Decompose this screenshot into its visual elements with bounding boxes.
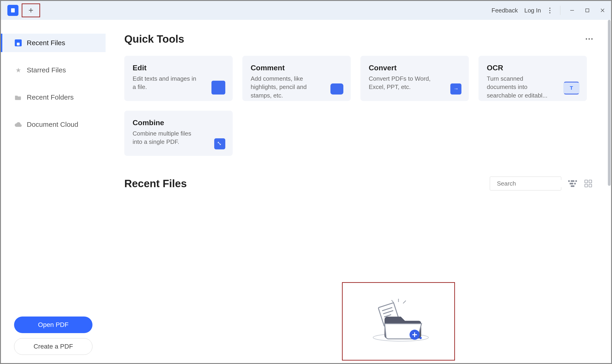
recent-files-title: Recent Files (124, 177, 187, 190)
tool-title: Convert (369, 64, 460, 72)
tool-desc: Turn scanned documents into searchable o… (487, 75, 551, 100)
star-icon: ★ (15, 67, 22, 74)
tool-card-convert[interactable]: Convert Convert PDFs to Word, Excel, PPT… (360, 56, 469, 101)
create-pdf-button[interactable]: Create a PDF (14, 338, 92, 355)
sidebar: Recent Files ★ Starred Files Recent Fold… (1, 20, 106, 363)
app-logo-icon[interactable] (7, 5, 18, 16)
sidebar-item-label: Document Cloud (27, 121, 78, 128)
comment-icon (330, 83, 343, 94)
tool-title: Edit (133, 64, 224, 72)
content: Quick Tools Edit Edit texts and images i… (106, 20, 611, 363)
folder-icon (15, 94, 22, 101)
sidebar-item-document-cloud[interactable]: Document Cloud (1, 115, 106, 134)
feedback-link[interactable]: Feedback (492, 7, 518, 14)
tool-desc: Convert PDFs to Word, Excel, PPT, etc. (369, 75, 433, 91)
tool-title: Combine (133, 118, 224, 127)
minimize-button[interactable] (568, 6, 576, 14)
more-menu-icon[interactable] (547, 8, 552, 13)
close-button[interactable] (599, 6, 606, 14)
tool-card-edit[interactable]: Edit Edit texts and images in a file. (124, 56, 233, 101)
search-input[interactable] (497, 180, 572, 187)
ocr-icon: T (563, 82, 579, 94)
quick-tools-title: Quick Tools (124, 33, 184, 45)
login-link[interactable]: Log In (524, 7, 541, 14)
view-list-button[interactable] (568, 179, 577, 188)
svg-point-18 (419, 337, 422, 339)
maximize-button[interactable] (583, 6, 591, 14)
sidebar-item-recent-files[interactable]: Recent Files (1, 34, 106, 52)
empty-state-dropzone[interactable] (342, 282, 455, 361)
convert-icon (450, 83, 461, 94)
quick-tools-more-icon[interactable] (586, 38, 593, 40)
svg-line-9 (403, 301, 406, 303)
svg-rect-2 (586, 9, 589, 12)
cloud-icon (15, 121, 22, 128)
vertical-scrollbar[interactable] (607, 20, 611, 363)
scrollbar-thumb[interactable] (608, 20, 611, 186)
view-grid-button[interactable] (584, 179, 593, 188)
sidebar-item-starred-files[interactable]: ★ Starred Files (1, 61, 106, 79)
plus-icon: + (28, 6, 33, 15)
svg-line-7 (391, 300, 394, 303)
tool-title: OCR (487, 64, 579, 72)
new-tab-button[interactable]: + (22, 3, 40, 17)
tool-card-comment[interactable]: Comment Add comments, like highlights, p… (242, 56, 351, 101)
file-icon (15, 39, 22, 46)
sidebar-item-label: Starred Files (27, 66, 66, 74)
tool-card-ocr[interactable]: OCR Turn scanned documents into searchab… (479, 56, 587, 101)
separator (560, 6, 560, 15)
titlebar: + Feedback Log In (1, 1, 611, 20)
combine-icon (214, 138, 225, 149)
sidebar-item-label: Recent Folders (27, 93, 74, 101)
empty-folder-illustration (366, 298, 431, 344)
tool-desc: Combine multiple files into a single PDF… (133, 129, 197, 146)
svg-rect-0 (11, 8, 15, 13)
search-input-wrapper[interactable] (490, 177, 561, 190)
edit-icon (211, 81, 225, 94)
sidebar-item-label: Recent Files (27, 39, 65, 47)
tool-card-combine[interactable]: Combine Combine multiple files into a si… (124, 111, 233, 156)
tool-desc: Edit texts and images in a file. (133, 75, 197, 91)
sidebar-item-recent-folders[interactable]: Recent Folders (1, 88, 106, 106)
tool-title: Comment (251, 64, 342, 72)
tool-desc: Add comments, like highlights, pencil an… (251, 75, 315, 100)
open-pdf-button[interactable]: Open PDF (14, 316, 92, 333)
